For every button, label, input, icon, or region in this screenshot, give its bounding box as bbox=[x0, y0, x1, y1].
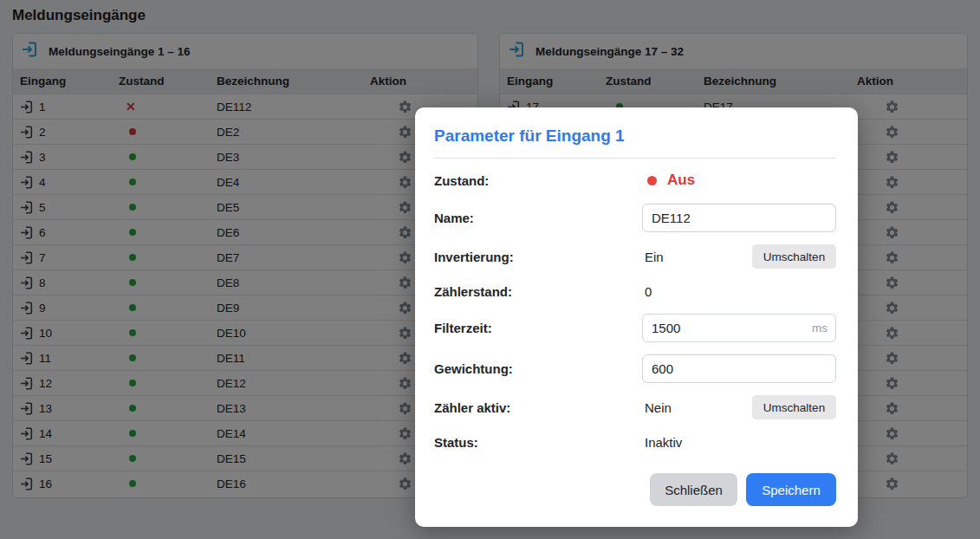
field-value-area: 0 bbox=[642, 284, 836, 299]
field-value-area: NeinUmschalten bbox=[642, 395, 836, 419]
umschalten-button[interactable]: Umschalten bbox=[752, 244, 836, 269]
field-row: Zählerstand:0 bbox=[434, 281, 836, 302]
status-value: Aus bbox=[667, 172, 695, 189]
filterzeit-input[interactable] bbox=[642, 314, 836, 342]
close-button[interactable]: Schließen bbox=[650, 473, 737, 506]
field-row: Invertierung:EinUmschalten bbox=[434, 244, 836, 269]
field-label: Zähler aktiv: bbox=[434, 400, 642, 415]
field-label: Gewichtung: bbox=[434, 361, 642, 376]
field-value-area bbox=[642, 354, 836, 383]
name-input[interactable] bbox=[642, 204, 836, 232]
field-value-area bbox=[642, 204, 836, 232]
field-value: Inaktiv bbox=[645, 435, 682, 450]
field-row: Filterzeit:ms bbox=[434, 314, 836, 342]
status-dot-red bbox=[647, 176, 657, 185]
field-label: Name: bbox=[434, 211, 642, 225]
dialog-footer: Schließen Speichern bbox=[434, 473, 836, 506]
save-button[interactable]: Speichern bbox=[746, 473, 836, 506]
field-value-area: Aus bbox=[642, 172, 836, 189]
field-row: Zähler aktiv:NeinUmschalten bbox=[434, 395, 836, 419]
field-value-area: EinUmschalten bbox=[642, 244, 836, 269]
toggle-value: Ein bbox=[645, 250, 752, 264]
field-value-area: ms bbox=[642, 314, 836, 342]
gewichtung-input[interactable] bbox=[642, 354, 836, 383]
field-value: 0 bbox=[645, 284, 652, 299]
field-row: Status:Inaktiv bbox=[434, 432, 836, 452]
dialog-title: Parameter für Eingang 1 bbox=[434, 127, 836, 159]
parameter-dialog: Parameter für Eingang 1 Zustand:AusName:… bbox=[415, 107, 858, 527]
field-row: Zustand:Aus bbox=[434, 169, 836, 192]
field-label: Status: bbox=[434, 435, 642, 450]
field-value-area: Inaktiv bbox=[642, 435, 836, 450]
umschalten-button[interactable]: Umschalten bbox=[752, 395, 836, 419]
field-label: Filterzeit: bbox=[434, 321, 642, 335]
field-label: Invertierung: bbox=[434, 250, 642, 264]
field-row: Gewichtung: bbox=[434, 354, 836, 383]
field-row: Name: bbox=[434, 204, 836, 232]
field-label: Zustand: bbox=[434, 173, 642, 188]
field-label: Zählerstand: bbox=[434, 284, 642, 299]
dialog-fields: Zustand:AusName:Invertierung:EinUmschalt… bbox=[434, 159, 836, 452]
toggle-value: Nein bbox=[645, 400, 752, 415]
